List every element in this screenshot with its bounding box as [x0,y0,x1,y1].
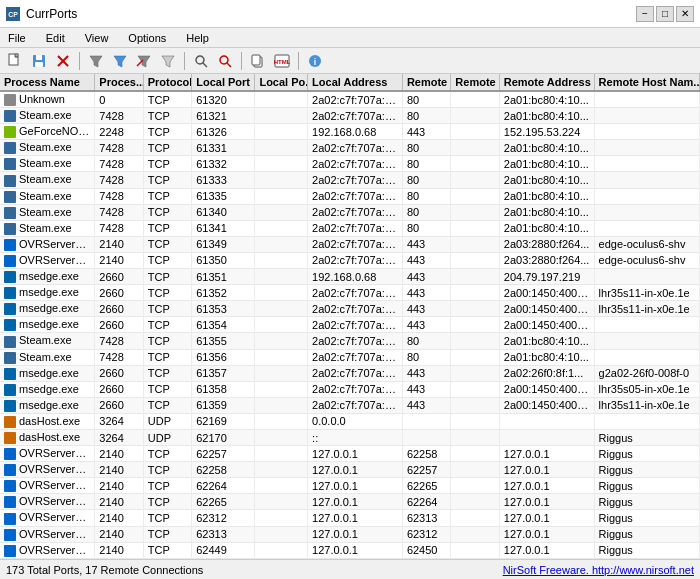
toolbar-save-button[interactable] [28,51,50,71]
cell-pid: 7428 [95,172,143,188]
maximize-button[interactable]: □ [656,6,674,22]
table-row[interactable]: Steam.exe7428TCP613412a02:c7f:707a:7...8… [0,220,700,236]
cell-rport: 443 [402,269,450,285]
table-row[interactable]: OVRServer_x6...2140TCP62265127.0.0.16226… [0,494,700,510]
toolbar-new-button[interactable] [4,51,26,71]
cell-process: OVRServer_x6... [0,446,95,462]
table-row[interactable]: OVRServer_x6...2140TCP62449127.0.0.16245… [0,542,700,558]
cell-rhost [594,269,699,285]
menu-view[interactable]: View [81,31,113,45]
process-icon [4,400,16,412]
process-icon [4,368,16,380]
table-row[interactable]: msedge.exe2660TCP61351192.168.0.68443204… [0,269,700,285]
col-header-laddr[interactable]: Local Address [308,74,403,91]
table-row[interactable]: msedge.exe2660TCP613532a02:c7f:707a:7...… [0,301,700,317]
toolbar-copy-button[interactable] [247,51,269,71]
cell-process: OVRServer_x6... [0,462,95,478]
toolbar-filter4-button[interactable] [157,51,179,71]
table-row[interactable]: dasHost.exe3264UDP621690.0.0.0 [0,413,700,429]
cell-proto: TCP [143,188,191,204]
col-header-rport[interactable]: Remote ... [402,74,450,91]
cell-rhost: Riggus [594,462,699,478]
toolbar-info-button[interactable]: i [304,51,326,71]
table-row[interactable]: OVRServer_x6...2140TCP62258127.0.0.16225… [0,462,700,478]
table-row[interactable]: Steam.exe7428TCP613402a02:c7f:707a:7...8… [0,204,700,220]
col-header-raddr[interactable]: Remote Address [499,74,594,91]
col-header-protocol[interactable]: Protocol [143,74,191,91]
cell-pid: 2140 [95,462,143,478]
toolbar-close-button[interactable] [52,51,74,71]
col-header-process[interactable]: Process Name [0,74,95,91]
table-row[interactable]: OVRServer_x6...2140TCP62257127.0.0.16225… [0,446,700,462]
col-header-rhost[interactable]: Remote Host Nam... [594,74,699,91]
cell-proto: TCP [143,462,191,478]
toolbar-sep3 [241,52,242,70]
cell-process: msedge.exe [0,397,95,413]
cell-rpo [451,301,499,317]
col-header-lpo[interactable]: Local Po... [255,74,308,91]
table-row[interactable]: Steam.exe7428TCP613352a02:c7f:707a:7...8… [0,188,700,204]
cell-lpo [255,204,308,220]
table-row[interactable]: Steam.exe7428TCP613562a02:c7f:707a:7...8… [0,349,700,365]
table-row[interactable]: msedge.exe2660TCP613522a02:c7f:707a:7...… [0,285,700,301]
cell-rhost: Riggus [594,446,699,462]
cell-lpo [255,397,308,413]
cell-laddr: 2a02:c7f:707a:7... [308,91,403,108]
cell-raddr: 2a01:bc80:4:10... [499,333,594,349]
table-row[interactable]: OVRServer_x6...2140TCP62313127.0.0.16231… [0,526,700,542]
col-header-rpo[interactable]: Remote ... [451,74,499,91]
window-controls: − □ ✕ [636,6,694,22]
table-row[interactable]: Steam.exe7428TCP613212a02:c7f:707a:7...8… [0,108,700,124]
table-row[interactable]: OVRServer_x6...2140TCP62312127.0.0.16231… [0,510,700,526]
cell-pid: 2140 [95,236,143,252]
toolbar-filter2-button[interactable] [109,51,131,71]
process-icon [4,110,16,122]
menu-options[interactable]: Options [124,31,170,45]
toolbar-search2-button[interactable] [214,51,236,71]
cell-lport: 61358 [192,381,255,397]
table-row[interactable]: msedge.exe2660TCP613572a02:c7f:707a:7...… [0,365,700,381]
table-row[interactable]: msedge.exe2660TCP613582a02:c7f:707a:7...… [0,381,700,397]
table-row[interactable]: Unknown0TCP613202a02:c7f:707a:7...802a01… [0,91,700,108]
cell-rport: 62257 [402,462,450,478]
toolbar-search-button[interactable] [190,51,212,71]
table-row[interactable]: GeForceNOW...2248TCP61326192.168.0.68443… [0,124,700,140]
col-header-pid[interactable]: Proces... [95,74,143,91]
status-right[interactable]: NirSoft Freeware. http://www.nirsoft.net [503,564,694,576]
cell-process: Unknown [0,91,95,108]
table-row[interactable]: OVRServer_x6...2140TCP613492a02:c7f:707a… [0,236,700,252]
svg-marker-9 [114,56,126,67]
cell-lpo [255,124,308,140]
svg-marker-10 [138,56,150,67]
close-button[interactable]: ✕ [676,6,694,22]
table-row[interactable]: OVRServer_x6...2140TCP613502a02:c7f:707a… [0,252,700,268]
cell-lport: 61321 [192,108,255,124]
minimize-button[interactable]: − [636,6,654,22]
menu-help[interactable]: Help [182,31,213,45]
cell-lport: 61351 [192,269,255,285]
toolbar-filter1-button[interactable] [85,51,107,71]
table-row[interactable]: OVRServer_x6...2140TCP62264127.0.0.16226… [0,478,700,494]
toolbar-filter3-button[interactable] [133,51,155,71]
cell-process: dasHost.exe [0,413,95,429]
cell-lpo [255,236,308,252]
svg-point-13 [196,56,204,64]
table-container[interactable]: Process Name Proces... Protocol Local Po… [0,74,700,559]
table-row[interactable]: Steam.exe7428TCP613332a02:c7f:707a:7...8… [0,172,700,188]
toolbar-html-button[interactable]: HTML [271,51,293,71]
table-row[interactable]: Steam.exe7428TCP613552a02:c7f:707a:7...8… [0,333,700,349]
col-header-lport[interactable]: Local Port ▲ [192,74,255,91]
cell-rpo [451,381,499,397]
table-row[interactable]: Steam.exe7428TCP613312a02:c7f:707a:7...8… [0,140,700,156]
cell-laddr: 2a02:c7f:707a:7... [308,381,403,397]
cell-process: OVRServer_x6... [0,478,95,494]
table-row[interactable]: dasHost.exe3264UDP62170::Riggus [0,429,700,445]
table-row[interactable]: Steam.exe7428TCP613322a02:c7f:707a:7...8… [0,156,700,172]
cell-raddr: 152.195.53.224 [499,124,594,140]
process-icon [4,239,16,251]
menu-edit[interactable]: Edit [42,31,69,45]
menu-file[interactable]: File [4,31,30,45]
table-row[interactable]: msedge.exe2660TCP613592a02:c7f:707a:7...… [0,397,700,413]
table-row[interactable]: msedge.exe2660TCP613542a02:c7f:707a:7...… [0,317,700,333]
cell-laddr: 127.0.0.1 [308,510,403,526]
